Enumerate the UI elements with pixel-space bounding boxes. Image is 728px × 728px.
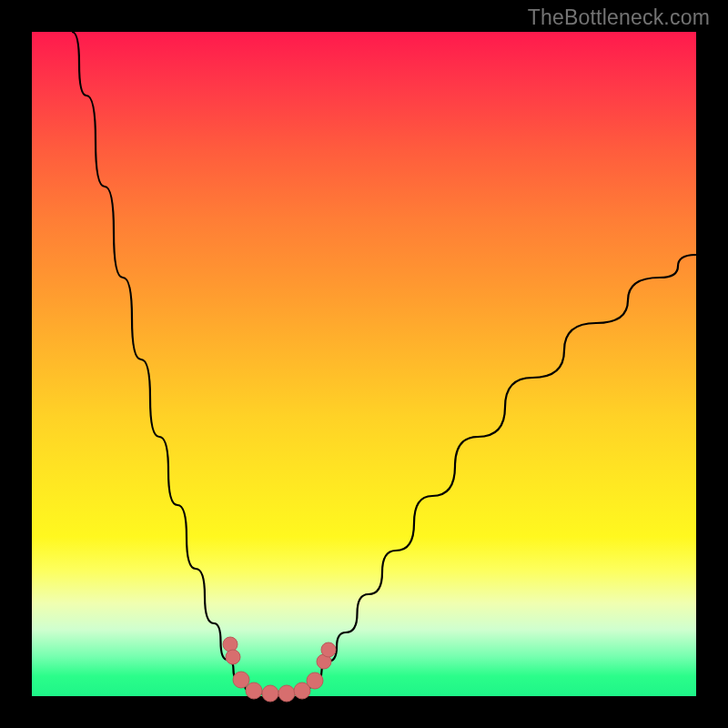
bottleneck-curve (32, 32, 696, 696)
valley-markers (223, 637, 336, 702)
valley-marker (262, 685, 278, 702)
curve-left-branch (72, 32, 250, 691)
valley-marker (307, 672, 323, 689)
valley-marker (233, 672, 249, 688)
curve-right-branch (305, 255, 696, 691)
valley-marker (321, 642, 336, 657)
valley-marker (246, 682, 262, 699)
valley-marker (278, 685, 295, 702)
watermark-text: TheBottleneck.com (528, 5, 710, 30)
chart-plot-area (32, 32, 696, 696)
valley-marker (223, 637, 238, 652)
valley-marker (226, 650, 240, 664)
